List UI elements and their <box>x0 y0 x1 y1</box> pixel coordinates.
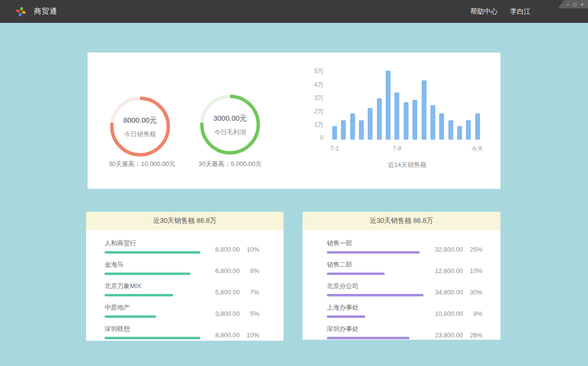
rank-row: 人和商贸行8,800.0010% <box>105 239 259 254</box>
rank-item-percent: 5% <box>240 310 259 317</box>
close-icon[interactable]: ✕ <box>581 2 584 7</box>
rank-item-value: 3,800.005% <box>208 310 259 318</box>
daily-sales-bar <box>394 92 399 140</box>
rank-item-bar <box>105 294 173 296</box>
rank-item-name: 金海马 <box>105 260 191 269</box>
daily-sales-bar <box>412 100 417 140</box>
rank-item-amount: 8,800.00 <box>208 246 240 253</box>
daily-sales-bar <box>430 105 435 140</box>
rank-item-amount: 12,800.00 <box>431 267 463 274</box>
rank-item-name: 上海办事处 <box>327 303 365 312</box>
rank-row: 销售二部12,800.0010% <box>327 260 482 275</box>
daily-sales-bar-chart: 5万4万3万2万1万0 7-17-8今天 近14天销售额 <box>309 53 500 189</box>
rank-item-percent: 10% <box>240 246 259 253</box>
pinwheel-logo-icon <box>15 5 27 18</box>
daily-sales-bar <box>359 120 364 140</box>
x-axis: 7-17-8今天 <box>332 145 482 153</box>
rank-item-amount: 8,800.00 <box>208 331 240 339</box>
rank-row: 北京分公司34,800.0030% <box>327 282 482 296</box>
rank-item-percent: 7% <box>240 289 259 296</box>
rank-item-bar <box>327 251 420 254</box>
daily-sales-bar <box>368 108 373 140</box>
rank-item-amount: 32,800.00 <box>431 246 463 253</box>
summary-card: 8000.00元 今日销售额 30天最高：10,000.00元 3000.00元… <box>88 53 500 189</box>
rank-item-bar <box>105 315 156 318</box>
department-sales-rank-card: 近30天销售额 86.8万 销售一部32,800.0025%销售二部12,800… <box>303 212 500 340</box>
x-tick-label: 今天 <box>472 145 483 153</box>
daily-sales-bar <box>332 126 337 140</box>
rank-item-name: 销售二部 <box>327 260 385 269</box>
rank-item-amount: 3,800.00 <box>208 310 240 317</box>
rank-item-value: 8,800.0010% <box>208 246 259 254</box>
y-tick-label: 4万 <box>314 81 323 89</box>
user-name-menu[interactable]: 李白江 <box>510 7 531 16</box>
y-axis: 5万4万3万2万1万0 <box>309 67 323 145</box>
rank-item-name: 人和商贸行 <box>105 239 200 248</box>
customer-sales-rank-card: 近30天销售额 86.8万 人和商贸行8,800.0010%金海马6,800.0… <box>86 212 284 341</box>
rank-item-value: 34,800.0030% <box>431 289 482 296</box>
rank-item-bar <box>327 273 385 275</box>
rank-item-name: 深圳办事处 <box>327 325 410 333</box>
daily-sales-bar <box>377 98 382 140</box>
y-tick-label: 1万 <box>314 121 323 129</box>
app-title: 商贸通 <box>34 7 57 16</box>
daily-sales-bar <box>341 120 346 140</box>
today-sales-gauge: 8000.00元 今日销售额 <box>110 96 170 157</box>
rank-item-bar <box>105 251 200 254</box>
customer-rank-title: 近30天销售额 86.8万 <box>86 212 284 230</box>
rank-row: 金海马6,800.008% <box>105 260 259 275</box>
department-rank-title: 近30天销售额 86.8万 <box>303 212 500 230</box>
minimize-icon[interactable]: — <box>566 2 569 7</box>
maximize-icon[interactable]: ▢ <box>573 2 576 7</box>
y-tick-label: 3万 <box>314 94 323 102</box>
y-tick-label: 0 <box>320 134 323 141</box>
daily-sales-bar <box>386 71 391 140</box>
daily-sales-bar <box>448 120 453 140</box>
rank-item-amount: 5,800.00 <box>208 289 240 296</box>
bar-chart-title: 近14天销售额 <box>332 161 482 169</box>
today-profit-gauge: 3000.00元 今日毛利润 <box>200 94 260 155</box>
rank-row: 中原地产3,800.005% <box>105 303 259 318</box>
rank-item-percent: 26% <box>463 331 482 339</box>
rank-item-name: 北京分公司 <box>327 282 424 291</box>
rank-item-amount: 10,800.00 <box>431 310 463 317</box>
rank-item-name: 深圳联想 <box>105 325 200 333</box>
today-sales-label: 今日销售额 <box>125 130 156 139</box>
rank-item-value: 23,800.0026% <box>431 331 482 339</box>
rank-item-bar <box>327 315 365 318</box>
daily-sales-bar <box>422 80 427 140</box>
today-profit-30day-max: 30天最高：5,000.00元 <box>177 160 284 168</box>
rank-row: 深圳办事处23,800.0026% <box>327 325 482 339</box>
rank-item-percent: 10% <box>463 267 482 274</box>
rank-item-percent: 8% <box>240 267 259 274</box>
rank-item-bar <box>105 337 200 339</box>
rank-item-value: 32,800.0025% <box>431 246 482 254</box>
rank-item-name: 北京万象MIX <box>105 282 173 291</box>
window-controls: — ▢ ✕ <box>558 0 588 8</box>
rank-item-bar <box>327 294 424 296</box>
rank-item-value: 5,800.007% <box>208 289 259 296</box>
today-sales-value: 8000.00元 <box>123 116 157 125</box>
y-tick-label: 2万 <box>314 108 323 116</box>
rank-row: 上海办事处10,800.009% <box>327 303 482 318</box>
daily-sales-bar <box>475 113 480 140</box>
rank-item-amount: 23,800.00 <box>431 331 463 339</box>
daily-sales-bar <box>404 102 409 140</box>
rank-item-percent: 25% <box>463 246 482 253</box>
x-tick-label: 7-8 <box>393 145 401 152</box>
rank-row: 销售一部32,800.0025% <box>327 239 482 254</box>
department-rank-list: 销售一部32,800.0025%销售二部12,800.0010%北京分公司34,… <box>303 230 500 339</box>
rank-item-percent: 9% <box>463 310 482 317</box>
rank-row: 深圳联想8,800.0010% <box>105 325 259 339</box>
help-center-link[interactable]: 帮助中心 <box>470 7 498 16</box>
rank-item-bar <box>105 273 191 275</box>
rank-item-value: 6,800.008% <box>208 267 259 275</box>
daily-sales-bar <box>457 126 462 140</box>
titlebar: 商贸通 帮助中心 李白江 — ▢ ✕ <box>0 0 588 23</box>
daily-sales-bar <box>466 120 471 140</box>
rank-item-amount: 34,800.00 <box>431 289 463 296</box>
rank-item-value: 10,800.009% <box>431 310 482 318</box>
rank-item-value: 8,800.0010% <box>208 331 259 339</box>
rank-item-percent: 10% <box>240 331 259 339</box>
rank-item-amount: 6,800.00 <box>208 267 240 274</box>
